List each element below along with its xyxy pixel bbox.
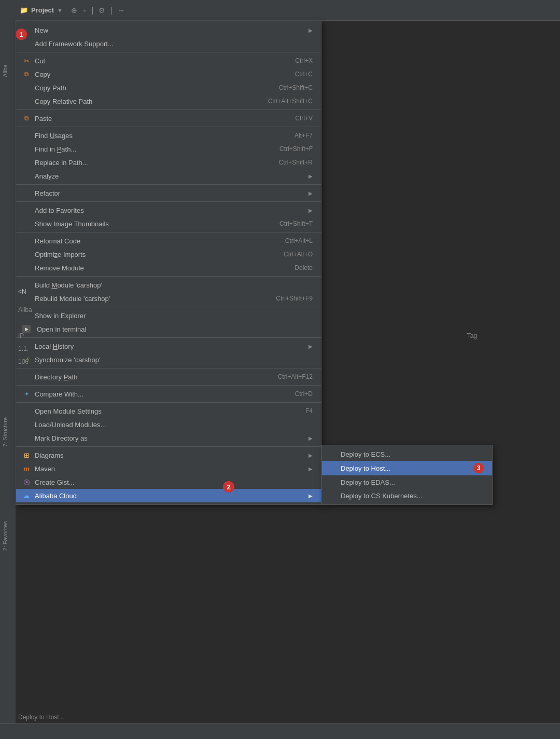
compare-with-icon: ✦ — [22, 390, 31, 398]
sidebar-tab-favorites[interactable]: 2: Favorites — [0, 519, 10, 553]
menu-item-copy-relative-path[interactable]: Copy Relative Path Ctrl+Alt+Shift+C — [16, 94, 321, 108]
separator-7 — [16, 276, 321, 277]
menu-item-remove-module[interactable]: Remove Module Delete — [16, 261, 321, 275]
deploy-kubernetes-icon — [328, 491, 337, 500]
show-explorer-label: Show in Explorer — [35, 312, 86, 320]
menu-item-rebuild-module[interactable]: Rebuild Module 'carshop' Ctrl+Shift+F9 — [16, 292, 321, 305]
deploy-edas-icon — [328, 478, 337, 486]
menu-item-mark-directory[interactable]: Mark Directory as ▶ — [16, 431, 321, 445]
load-unload-label: Load/Unload Modules... — [35, 421, 106, 429]
menu-item-deploy-edas[interactable]: Deploy to EDAS... — [322, 475, 492, 489]
menu-item-open-module-settings[interactable]: Open Module Settings F4 — [16, 404, 321, 418]
menu-item-add-favorites[interactable]: Add to Favorites ▶ — [16, 203, 321, 217]
menu-item-reformat[interactable]: Reformat Code Ctrl+Alt+L — [16, 234, 321, 248]
deploy-kubernetes-label: Deploy to CS Kubernetes... — [341, 492, 423, 500]
badge-circle-1: 1 — [16, 29, 27, 40]
copy-path-icon — [22, 84, 31, 92]
diagrams-icon: ⊞ — [22, 451, 31, 459]
remove-module-icon — [22, 264, 31, 272]
menu-item-synchronize[interactable]: ↺ Synchronize 'carshop' — [16, 353, 321, 366]
header-icon-split[interactable]: ÷ — [82, 6, 87, 15]
show-thumbnails-shortcut: Ctrl+Shift+T — [279, 220, 313, 227]
header-title: Project — [31, 6, 54, 14]
header-dropdown-arrow[interactable]: ▼ — [57, 7, 63, 13]
separator-4 — [16, 184, 321, 185]
menu-item-diagrams[interactable]: ⊞ Diagrams ▶ — [16, 448, 321, 462]
menu-item-optimize-imports[interactable]: Optimize Imports Ctrl+Alt+O — [16, 248, 321, 261]
open-module-settings-shortcut: F4 — [305, 407, 313, 415]
add-favorites-icon — [22, 206, 31, 214]
find-usages-shortcut: Alt+F7 — [295, 132, 313, 139]
menu-item-directory-path[interactable]: Directory Path Ctrl+Alt+F12 — [16, 370, 321, 384]
menu-item-refactor[interactable]: Refactor ▶ — [16, 186, 321, 200]
menu-item-alibaba-cloud[interactable]: ☁ Alibaba Cloud ▶ — [16, 489, 321, 502]
find-in-path-icon — [22, 145, 31, 153]
menu-item-add-framework[interactable]: Add Framework Support... — [16, 37, 321, 50]
sidebar-tab-structure[interactable]: 7: Structure — [0, 415, 10, 449]
context-menu-panel: New ▶ Add Framework Support... ✂ Cut Ctr… — [16, 21, 321, 505]
deploy-edas-label: Deploy to EDAS... — [341, 478, 395, 486]
separator-2 — [16, 110, 321, 110]
header-bar: 📁 Project ▼ ⊕ ÷ | ⚙ | ↔ — [16, 0, 560, 21]
refactor-icon — [22, 189, 31, 197]
diagrams-label: Diagrams — [35, 451, 64, 459]
remove-module-label: Remove Module — [35, 264, 84, 272]
copy-relative-path-label: Copy Relative Path — [35, 98, 92, 105]
find-usages-icon — [22, 131, 31, 140]
menu-item-deploy-kubernetes[interactable]: Deploy to CS Kubernetes... — [322, 489, 492, 502]
menu-item-replace-in-path[interactable]: Replace in Path... Ctrl+Shift+R — [16, 156, 321, 169]
menu-item-cut[interactable]: ✂ Cut Ctrl+X — [16, 54, 321, 67]
add-favorites-label: Add to Favorites — [35, 207, 84, 214]
optimize-imports-shortcut: Ctrl+Alt+O — [284, 251, 313, 258]
reformat-icon — [22, 237, 31, 245]
context-menu: New ▶ Add Framework Support... ✂ Cut Ctr… — [16, 21, 321, 505]
menu-item-find-in-path[interactable]: Find in Path... Ctrl+Shift+F — [16, 142, 321, 156]
bottom-status-bar — [0, 723, 560, 739]
menu-item-local-history[interactable]: Local History ▶ — [16, 339, 321, 353]
menu-item-load-unload[interactable]: Load/Unload Modules... — [16, 418, 321, 431]
left-sidebar — [0, 0, 16, 739]
header-icon-globe[interactable]: ⊕ — [71, 6, 77, 15]
menu-item-create-gist[interactable]: ⦿ Create Gist... — [16, 475, 321, 489]
menu-item-deploy-ecs[interactable]: Deploy to ECS... — [322, 447, 492, 461]
optimize-imports-icon — [22, 250, 31, 258]
menu-item-open-terminal[interactable]: ▶ Open in terminal — [16, 322, 321, 336]
separator-12 — [16, 402, 321, 403]
header-icon-arrows[interactable]: ↔ — [118, 6, 125, 15]
menu-item-deploy-host[interactable]: Deploy to Host... 3 — [322, 461, 492, 475]
menu-item-show-thumbnails[interactable]: Show Image Thumbnails Ctrl+Shift+T — [16, 217, 321, 230]
menu-item-maven[interactable]: m Maven ▶ — [16, 462, 321, 475]
open-terminal-label: Open in terminal — [37, 325, 86, 333]
open-module-settings-label: Open Module Settings — [35, 407, 102, 415]
analyze-icon — [22, 172, 31, 180]
menu-item-analyze[interactable]: Analyze ▶ — [16, 169, 321, 183]
compare-with-label: Compare With... — [35, 390, 83, 398]
ip-value: 1.1. — [18, 345, 29, 352]
alibaba-cloud-label: Alibaba Cloud — [35, 492, 77, 500]
menu-item-copy[interactable]: ⧉ Copy Ctrl+C — [16, 67, 321, 81]
menu-item-paste[interactable]: ⧉ Paste Ctrl+V — [16, 112, 321, 125]
menu-item-compare-with[interactable]: ✦ Compare With... Ctrl+D — [16, 387, 321, 401]
reformat-shortcut: Ctrl+Alt+L — [285, 237, 313, 244]
cut-icon: ✂ — [22, 57, 31, 65]
paste-icon: ⧉ — [22, 114, 31, 122]
separator-8 — [16, 307, 321, 307]
menu-item-copy-path[interactable]: Copy Path Ctrl+Shift+C — [16, 81, 321, 94]
menu-item-show-explorer[interactable]: Show in Explorer — [16, 309, 321, 322]
separator-3 — [16, 127, 321, 127]
menu-item-new[interactable]: New ▶ — [16, 23, 321, 37]
rebuild-module-icon — [22, 294, 31, 303]
synchronize-label: Synchronize 'carshop' — [35, 356, 100, 364]
menu-item-find-usages[interactable]: Find Usages Alt+F7 — [16, 129, 321, 142]
badge-circle-3: 3 — [473, 463, 484, 473]
header-icon-settings[interactable]: ⚙ — [99, 6, 105, 15]
find-in-path-label: Find in Path... — [35, 145, 76, 153]
menu-item-build-module[interactable]: Build Module 'carshop' — [16, 278, 321, 292]
separator-6 — [16, 232, 321, 232]
ip-value2: 106 — [18, 358, 29, 365]
deploy-host-label: Deploy to Host... — [341, 464, 390, 472]
sidebar-tab-alibaba[interactable]: Aliba — [0, 62, 10, 79]
compare-with-shortcut: Ctrl+D — [295, 390, 313, 398]
deploy-ecs-label: Deploy to ECS... — [341, 450, 390, 458]
paste-shortcut: Ctrl+V — [295, 115, 313, 122]
